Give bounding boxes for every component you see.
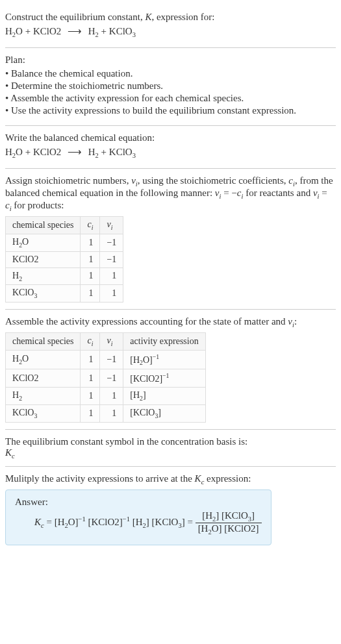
table-header-row: chemical species ci νi bbox=[6, 217, 123, 234]
col-species: chemical species bbox=[6, 217, 81, 234]
answer-label: Answer: bbox=[15, 497, 262, 508]
main-reaction: H2O + KClO2 ⟶ H2 + KClO3 bbox=[5, 25, 336, 38]
kc-symbol-section: The equilibrium constant symbol in the c… bbox=[5, 430, 336, 467]
reactant-1: H2O bbox=[5, 26, 23, 36]
table-row: H2 1 1 bbox=[6, 267, 123, 285]
prompt-text-1: Construct the equilibrium constant, bbox=[5, 12, 145, 22]
prompt-line: Construct the equilibrium constant, K, e… bbox=[5, 12, 336, 23]
plan-item: Use the activity expressions to build th… bbox=[5, 105, 336, 116]
table-row: KClO2 1 −1 bbox=[6, 251, 123, 267]
table-header-row: chemical species ci νi activity expressi… bbox=[6, 333, 206, 351]
kc-symbol-text: The equilibrium constant symbol in the c… bbox=[5, 436, 336, 447]
table-row: KClO2 1 −1 [KClO2]−1 bbox=[6, 369, 206, 388]
balanced-section: Write the balanced chemical equation: H2… bbox=[5, 126, 336, 169]
activity-section: Assemble the activity expressions accoun… bbox=[5, 310, 336, 430]
plan-section: Plan: Balance the chemical equation. Det… bbox=[5, 48, 336, 126]
answer-section: Mulitply the activity expressions to arr… bbox=[5, 467, 336, 552]
answer-expression: Kc = [H2O]−1 [KClO2]−1 [H2] [KClO3] = [H… bbox=[15, 510, 262, 536]
K-symbol: K bbox=[145, 12, 151, 22]
balanced-title: Write the balanced chemical equation: bbox=[5, 132, 336, 143]
stoich-section: Assign stoichiometric numbers, νi, using… bbox=[5, 169, 336, 310]
table-row: KClO3 1 1 [KClO3] bbox=[6, 404, 206, 422]
reactant-2: KClO2 bbox=[33, 26, 61, 36]
product-2: KClO3 bbox=[109, 26, 136, 36]
fraction: [H2] [KClO3][H2O] [KClO2] bbox=[196, 510, 262, 536]
stoich-table: chemical species ci νi H2O 1 −1 KClO2 1 … bbox=[5, 216, 123, 303]
activity-table: chemical species ci νi activity expressi… bbox=[5, 332, 206, 423]
table-row: H2O 1 −1 bbox=[6, 234, 123, 251]
activity-text: Assemble the activity expressions accoun… bbox=[5, 316, 336, 328]
header-section: Construct the equilibrium constant, K, e… bbox=[5, 5, 336, 48]
col-c: ci bbox=[81, 217, 100, 234]
col-nu: νi bbox=[100, 217, 123, 234]
answer-box: Answer: Kc = [H2O]−1 [KClO2]−1 [H2] [KCl… bbox=[5, 489, 272, 545]
table-row: H2O 1 −1 [H2O]−1 bbox=[6, 350, 206, 369]
plan-item: Assemble the activity expression for eac… bbox=[5, 93, 336, 104]
table-row: H2 1 1 [H2] bbox=[6, 388, 206, 405]
plan-list: Balance the chemical equation. Determine… bbox=[5, 68, 336, 116]
stoich-text: Assign stoichiometric numbers, νi, using… bbox=[5, 175, 336, 212]
kc-symbol: Kc bbox=[5, 447, 336, 460]
plan-title: Plan: bbox=[5, 55, 336, 66]
balanced-reaction: H2O + KClO2 ⟶ H2 + KClO3 bbox=[5, 146, 336, 159]
plan-item: Balance the chemical equation. bbox=[5, 68, 336, 79]
multiply-text: Mulitply the activity expressions to arr… bbox=[5, 473, 336, 486]
plan-item: Determine the stoichiometric numbers. bbox=[5, 80, 336, 92]
reaction-arrow-icon: ⟶ bbox=[64, 146, 86, 158]
product-1: H2 bbox=[88, 26, 99, 36]
table-row: KClO3 1 1 bbox=[6, 285, 123, 303]
prompt-text-2: , expression for: bbox=[151, 12, 214, 22]
reaction-arrow-icon: ⟶ bbox=[64, 25, 86, 37]
